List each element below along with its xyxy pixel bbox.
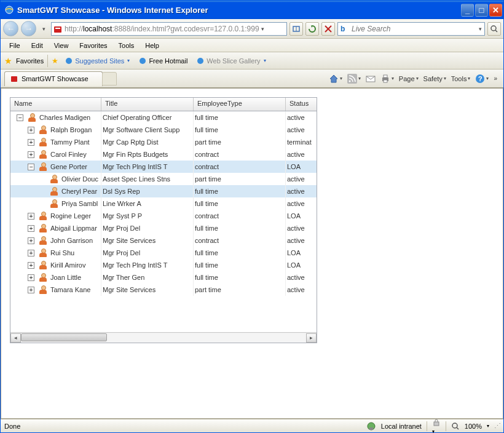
new-tab-button[interactable] bbox=[102, 72, 117, 85]
table-row[interactable]: −Charles MadigenChief Operating Officerf… bbox=[10, 111, 317, 124]
expand-icon[interactable]: + bbox=[28, 250, 34, 256]
menu-view[interactable]: View bbox=[49, 41, 74, 50]
address-bar[interactable]: http://localhost:8888/index.html?gwt.cod… bbox=[51, 22, 287, 36]
search-dropdown-icon[interactable]: ▾ bbox=[479, 26, 482, 32]
scroll-track[interactable] bbox=[21, 333, 306, 343]
print-button[interactable]: ▾ bbox=[378, 73, 396, 85]
cell-type: full time bbox=[194, 259, 286, 271]
expand-icon[interactable]: + bbox=[28, 287, 34, 293]
cell-type: full time bbox=[194, 185, 286, 197]
cell-title: Asset Spec Lines Stns bbox=[101, 173, 194, 185]
collapse-icon[interactable]: − bbox=[28, 164, 34, 170]
menu-tools[interactable]: Tools bbox=[114, 41, 140, 50]
menu-help[interactable]: Help bbox=[140, 41, 164, 50]
table-row[interactable]: +Abigail LippmarMgr Proj Delfull timeact… bbox=[10, 222, 317, 234]
scroll-right-button[interactable]: ▸ bbox=[306, 333, 317, 343]
grid-horizontal-scrollbar[interactable]: ◂ ▸ bbox=[10, 332, 317, 343]
back-button[interactable]: ← bbox=[3, 21, 18, 36]
favorites-bar: ★ Favorites ★ Suggested Sites▾ Free Hotm… bbox=[1, 52, 503, 70]
web-slice-link[interactable]: Web Slice Gallery▾ bbox=[194, 55, 268, 66]
expand-icon[interactable]: + bbox=[28, 139, 34, 146]
cell-title: Mgr Software Client Supp bbox=[101, 124, 194, 136]
stop-button[interactable] bbox=[321, 22, 335, 36]
menu-edit[interactable]: Edit bbox=[26, 41, 48, 50]
resize-grip-icon[interactable]: ⋰ bbox=[494, 422, 500, 430]
cell-type: contract bbox=[194, 234, 286, 247]
address-dropdown-icon[interactable]: ▾ bbox=[259, 26, 266, 32]
search-input[interactable] bbox=[352, 25, 476, 33]
table-row[interactable]: +Tammy PlantMgr Cap Rptg Distpart timete… bbox=[10, 136, 317, 148]
close-button[interactable]: ✕ bbox=[489, 4, 502, 17]
table-row[interactable]: Cheryl PearDsl Sys Repfull timeactive bbox=[10, 185, 317, 197]
window-title: SmartGWT Showcase - Windows Internet Exp… bbox=[17, 6, 461, 15]
url-host: localhost bbox=[83, 25, 112, 33]
expand-icon[interactable]: + bbox=[28, 225, 34, 232]
search-go-button[interactable] bbox=[487, 22, 501, 36]
maximize-button[interactable]: □ bbox=[475, 4, 488, 17]
cell-title: Mgr Tech Plng IntIS T bbox=[101, 259, 194, 271]
expand-icon[interactable]: + bbox=[28, 274, 34, 281]
table-row[interactable]: +Rogine LegerMgr Syst P PcontractLOA bbox=[10, 210, 317, 222]
expand-icon[interactable]: + bbox=[28, 151, 34, 158]
table-row[interactable]: +Tamara KaneMgr Site Servicespart timeac… bbox=[10, 284, 317, 296]
expand-icon[interactable]: + bbox=[28, 237, 34, 244]
browser-tab[interactable]: SmartGWT Showcase bbox=[4, 71, 103, 86]
col-header-name[interactable]: Name bbox=[10, 98, 101, 111]
minimize-button[interactable]: _ bbox=[461, 4, 474, 17]
expand-icon[interactable]: + bbox=[28, 127, 34, 133]
table-row[interactable]: +Kirill AmirovMgr Tech Plng IntIS Tfull … bbox=[10, 259, 317, 271]
tools-menu[interactable]: Tools▾ bbox=[449, 74, 473, 84]
person-icon bbox=[50, 199, 58, 208]
cell-title: Mgr Proj Del bbox=[101, 222, 194, 234]
add-favorite-icon[interactable]: ★ bbox=[52, 57, 58, 65]
table-row[interactable]: +Rui ShuMgr Proj Delfull timeLOA bbox=[10, 247, 317, 259]
table-row[interactable]: Olivier DoucAsset Spec Lines Stnspart ti… bbox=[10, 173, 317, 185]
menu-file[interactable]: File bbox=[4, 41, 25, 50]
scroll-left-button[interactable]: ◂ bbox=[10, 333, 21, 343]
page-menu[interactable]: Page▾ bbox=[396, 74, 421, 84]
table-row[interactable]: Priya SamblLine Wrker Afull timeactive bbox=[10, 197, 317, 210]
col-header-title[interactable]: Title bbox=[101, 98, 194, 111]
read-mail-button[interactable] bbox=[363, 73, 378, 84]
favorites-star-icon[interactable]: ★ bbox=[4, 56, 12, 66]
cell-status: active bbox=[286, 234, 317, 247]
titlebar[interactable]: SmartGWT Showcase - Windows Internet Exp… bbox=[1, 1, 503, 19]
more-chevron-icon[interactable]: » bbox=[491, 74, 500, 83]
collapse-icon[interactable]: − bbox=[17, 114, 23, 121]
safety-menu[interactable]: Safety▾ bbox=[421, 74, 449, 84]
home-button[interactable]: ▾ bbox=[326, 73, 345, 85]
feeds-button[interactable]: ▾ bbox=[345, 73, 363, 85]
grid-body[interactable]: −Charles MadigenChief Operating Officerf… bbox=[10, 111, 317, 332]
table-row[interactable]: +Carol FinleyMgr Fin Rpts Budgetscontrac… bbox=[10, 148, 317, 161]
url-path: :8888/index.html?gwt.codesvr=127.0.0.1:9… bbox=[112, 25, 259, 33]
suggested-sites-link[interactable]: Suggested Sites▾ bbox=[62, 55, 132, 66]
protected-mode-icon[interactable]: ▾ bbox=[432, 418, 441, 434]
cell-status: active bbox=[286, 173, 317, 185]
person-icon bbox=[39, 212, 47, 220]
employee-name: John Garrison bbox=[50, 237, 93, 244]
table-row[interactable]: −Gene PorterMgr Tech Plng IntIS Tcontrac… bbox=[10, 161, 317, 173]
compat-view-button[interactable] bbox=[289, 22, 303, 36]
table-row[interactable]: +John GarrisonMgr Site Servicescontracta… bbox=[10, 234, 317, 247]
employee-tree-grid[interactable]: Name Title EmployeeType Status −Charles … bbox=[10, 97, 317, 343]
search-box[interactable]: b ▾ bbox=[337, 22, 485, 36]
expand-icon[interactable]: + bbox=[28, 213, 34, 220]
free-hotmail-link[interactable]: Free Hotmail bbox=[136, 55, 190, 66]
scroll-thumb[interactable] bbox=[21, 333, 107, 341]
col-header-type[interactable]: EmployeeType bbox=[194, 98, 286, 111]
recent-dropdown[interactable]: ▾ bbox=[39, 22, 49, 36]
expand-icon[interactable]: + bbox=[28, 262, 34, 269]
cell-name: +Joan Little bbox=[10, 271, 101, 284]
cell-name: Cheryl Pear bbox=[10, 185, 101, 197]
zoom-icon[interactable] bbox=[451, 422, 460, 431]
menu-favorites[interactable]: Favorites bbox=[74, 41, 112, 50]
table-row[interactable]: +Joan LittleMgr Ther Genfull timeactive bbox=[10, 271, 317, 284]
help-button[interactable]: ?▾ bbox=[473, 73, 491, 85]
zoom-level[interactable]: 100% bbox=[465, 423, 482, 430]
refresh-button[interactable] bbox=[305, 22, 319, 36]
favorites-label[interactable]: Favorites bbox=[16, 57, 44, 65]
forward-button[interactable]: → bbox=[21, 21, 36, 36]
table-row[interactable]: +Ralph BroganMgr Software Client Suppful… bbox=[10, 124, 317, 136]
zoom-dropdown-icon[interactable]: ▾ bbox=[487, 423, 489, 429]
col-header-status[interactable]: Status bbox=[286, 98, 317, 111]
